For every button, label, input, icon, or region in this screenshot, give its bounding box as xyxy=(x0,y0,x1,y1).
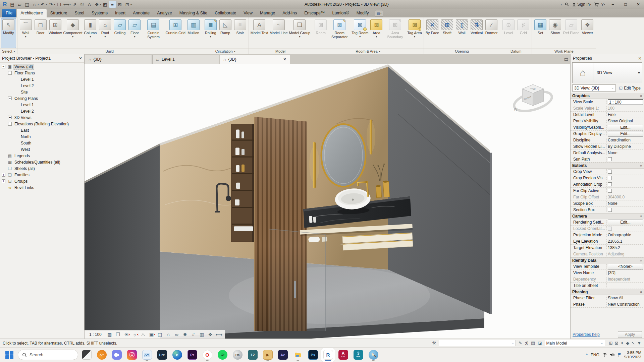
ribbon-button-shaft[interactable]: ⊞Shaft xyxy=(440,18,454,48)
taskbar-photoshop-button[interactable]: Ps xyxy=(306,348,320,362)
displaced-elements-icon[interactable]: ❖ xyxy=(207,331,213,338)
temporary-hide-isolate-icon[interactable]: ✹ xyxy=(182,331,188,338)
filter-icon[interactable]: ▼ xyxy=(637,341,641,346)
home-caret-icon[interactable]: ▾ xyxy=(38,3,39,6)
property-row[interactable]: Parts VisibilityShow Original xyxy=(571,118,644,124)
taskbar-search[interactable]: Search xyxy=(18,350,78,360)
tab-enscape[interactable]: Enscape™ xyxy=(301,9,328,17)
drag-on-selection-toggle-icon[interactable]: ↖ xyxy=(631,341,635,346)
select-underlay-toggle-icon[interactable]: ⊠ xyxy=(614,341,618,346)
property-row[interactable]: View Template<None> xyxy=(571,263,644,270)
editable-only-icon[interactable]: ✎ xyxy=(519,341,522,346)
ribbon-button-floor[interactable]: ▱Floor▾ xyxy=(127,18,142,48)
close-view-tab-icon[interactable]: ✕ xyxy=(283,57,286,62)
property-row[interactable]: Crop View xyxy=(571,169,644,175)
help-icon[interactable]: ?▾ xyxy=(601,2,605,7)
tree-item-east[interactable]: East xyxy=(0,127,84,133)
select-pinned-toggle-icon[interactable]: ✦ xyxy=(620,341,624,346)
ribbon-button-tag-room[interactable]: ⊠1Tag Room▾ xyxy=(351,18,369,48)
property-row[interactable]: Show Hidden Li...By Discipline xyxy=(571,143,644,150)
tree-item-views-all[interactable]: −▣Views (all) xyxy=(0,63,84,70)
ribbon-button-curtain-grid[interactable]: ⊞Curtain Grid xyxy=(165,18,186,48)
property-row[interactable]: Annotation Crop xyxy=(571,181,644,188)
select-links-toggle-icon[interactable]: ⊞ xyxy=(609,341,613,346)
properties-header[interactable]: Properties✕ xyxy=(571,54,644,62)
tab-view[interactable]: View xyxy=(240,9,256,17)
design-options-icon[interactable]: ▤ xyxy=(531,341,535,346)
taskbar-file-explorer-button[interactable] xyxy=(291,348,305,362)
properties-close-icon[interactable]: ✕ xyxy=(638,56,642,61)
select-by-face-toggle-icon[interactable]: ◆ xyxy=(626,341,629,346)
print-icon[interactable]: ❒ xyxy=(56,1,63,8)
expand-toggle-icon[interactable]: + xyxy=(2,179,5,183)
locked-3d-view-icon[interactable]: ⌂ xyxy=(165,331,171,338)
sign-in-button[interactable]: Sign In ▾ xyxy=(572,2,591,7)
type-selector-combo[interactable]: 3D View: {3D}⌄ xyxy=(572,84,616,92)
property-row[interactable]: Target Elevation1385.2 xyxy=(571,245,644,251)
tab-steel[interactable]: Steel xyxy=(71,9,88,17)
property-row[interactable]: Far Clip Active xyxy=(571,188,644,194)
collapse-toggle-icon[interactable]: − xyxy=(2,65,5,68)
key-icon[interactable] xyxy=(565,2,569,7)
collapse-toggle-icon[interactable]: − xyxy=(8,122,12,126)
tab-manage[interactable]: Manage xyxy=(256,9,279,17)
ribbon-button-vertical[interactable]: ⇅Vertical xyxy=(469,18,484,48)
tree-item-revit-links[interactable]: ∞Revit Links xyxy=(0,184,84,191)
reveal-hidden-elements-icon[interactable]: ∞ xyxy=(174,331,180,338)
ribbon-button-window[interactable]: ⊞Window xyxy=(48,18,63,48)
properties-help-link[interactable]: Properties help xyxy=(573,332,600,337)
property-row[interactable]: Rendering Setti...Edit... xyxy=(571,219,644,226)
property-row[interactable]: PhaseNew Construction xyxy=(571,301,644,308)
worksets-combo[interactable]: ⌄ xyxy=(439,340,516,346)
tab-structure[interactable]: Structure xyxy=(47,9,71,17)
tree-item-site[interactable]: Site xyxy=(0,89,84,95)
ribbon-button-viewer[interactable]: ❖Viewer xyxy=(580,18,595,48)
ribbon-button-mullion[interactable]: ▥Mullion xyxy=(186,18,201,48)
design-option-combo[interactable]: Main Model⌄ xyxy=(545,340,605,346)
property-row[interactable]: DisciplineCoordination xyxy=(571,137,644,143)
ribbon-button-by-face[interactable]: ✕By Face xyxy=(425,18,440,48)
save-icon[interactable]: ◫ xyxy=(23,1,31,8)
open-icon[interactable]: ▱ xyxy=(16,1,23,8)
collapse-section-icon[interactable]: « xyxy=(639,95,643,97)
expand-toggle-icon[interactable]: + xyxy=(8,116,12,119)
tab-massing-site[interactable]: Massing & Site xyxy=(176,9,211,17)
visibility-graphics-edit-button[interactable]: Edit... xyxy=(608,125,643,130)
tab-modify[interactable]: Modify xyxy=(353,9,373,17)
tree-item-floor-plans[interactable]: −Floor Plans xyxy=(0,70,84,76)
sun-path-icon[interactable]: ☀✕ xyxy=(123,331,129,338)
tree-item-elevations[interactable]: −Elevations (Building Elevation) xyxy=(0,121,84,127)
view-scale-input[interactable]: 1 : 100 xyxy=(608,99,643,105)
property-row[interactable]: Eye Elevation21065.1 xyxy=(571,238,644,245)
thin-lines-icon[interactable]: ≡ xyxy=(109,1,116,8)
undo-icon[interactable]: ↶ xyxy=(39,1,46,8)
tree-item-3d-views[interactable]: +3D Views xyxy=(0,114,84,121)
view-tabs-menu-icon[interactable]: ▤ xyxy=(564,57,568,62)
start-button[interactable] xyxy=(3,348,16,362)
tab-architecture[interactable]: Architecture xyxy=(17,9,47,17)
section-extents[interactable]: Extents« xyxy=(571,163,644,169)
tree-item-families[interactable]: +❏Families xyxy=(0,172,84,178)
shadows-icon[interactable]: ☼✕ xyxy=(132,331,138,338)
ribbon-button-stair[interactable]: ≡Stair xyxy=(233,18,248,48)
ribbon-button-set[interactable]: ▦Set xyxy=(533,18,548,48)
ribbon-button-ceiling[interactable]: ▱Ceiling xyxy=(112,18,127,48)
visual-style-icon[interactable]: ❒ xyxy=(115,331,121,338)
taskbar-opera-button[interactable]: O xyxy=(201,348,214,362)
file-icon[interactable]: ▤ xyxy=(9,1,16,8)
taskbar-premiere-button[interactable]: Pr xyxy=(185,348,199,362)
measure-caret-icon[interactable]: ▾ xyxy=(70,3,71,6)
view-tab-3d-active[interactable]: ⌂{3D}✕ xyxy=(220,55,290,64)
section-icon[interactable]: ◩ xyxy=(102,1,109,8)
taskbar-media-player-button[interactable]: ▶ xyxy=(261,348,274,362)
type-selector-preview[interactable]: ⌂ 3D View ▾ xyxy=(572,62,642,83)
tab-insert[interactable]: Insert xyxy=(111,9,129,17)
far-clip-active-checkbox[interactable] xyxy=(608,189,612,193)
tree-item-south[interactable]: South xyxy=(0,140,84,146)
taskbar-edge-button[interactable]: e xyxy=(170,348,184,362)
panel-label-room-area[interactable]: Room & Area▾ xyxy=(312,48,424,54)
taskbar-weather-button[interactable]: 77° xyxy=(95,348,108,362)
tag-by-category-icon[interactable]: ① xyxy=(78,1,86,8)
tree-item-north[interactable]: North xyxy=(0,133,84,140)
volume-icon[interactable] xyxy=(610,353,614,357)
